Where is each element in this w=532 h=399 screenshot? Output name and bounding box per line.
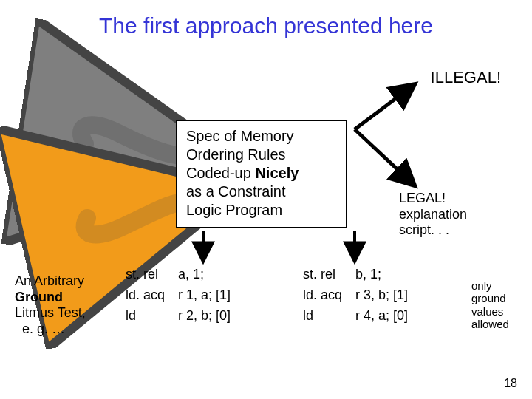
arg: r 3, b; [1] [355, 285, 408, 306]
arg: b, 1; [355, 265, 408, 285]
op: ld. acq [303, 285, 342, 306]
legal-label: LEGAL! explanation script. . . [399, 191, 467, 239]
code-block-right: st. rel b, 1; ld. acq r 3, b; [1] ld r 4… [303, 265, 408, 327]
spec-line: Coded-up Nicely [186, 164, 338, 183]
arg: r 2, b; [0] [178, 306, 231, 327]
spec-line: Spec of Memory [186, 127, 338, 146]
right-caption: only ground values allowed [471, 279, 523, 330]
page-number: 18 [504, 377, 517, 390]
op: ld [303, 306, 342, 327]
svg-line-0 [355, 85, 414, 129]
spec-line: Ordering Rules [186, 146, 338, 164]
spec-box: Spec of Memory Ordering Rules Coded-up N… [176, 120, 347, 228]
left-caption: An Arbitrary Ground Litmus Test, e. g. … [15, 273, 111, 337]
op: ld. acq [126, 285, 165, 306]
arg: a, 1; [178, 265, 231, 285]
code-block-left: st. rel a, 1; ld. acq r 1, a; [1] ld r 2… [126, 265, 231, 327]
arg: r 4, a; [0] [355, 306, 408, 327]
svg-line-1 [355, 129, 414, 185]
op: st. rel [126, 265, 165, 285]
slide-title: The first approach presented here [0, 13, 532, 38]
illegal-label: ILLEGAL! [431, 68, 501, 87]
op: ld [126, 306, 165, 327]
arg: r 1, a; [1] [178, 285, 231, 306]
spec-line: Logic Program [186, 201, 338, 219]
op: st. rel [303, 265, 342, 285]
spec-line: as a Constraint [186, 183, 338, 201]
